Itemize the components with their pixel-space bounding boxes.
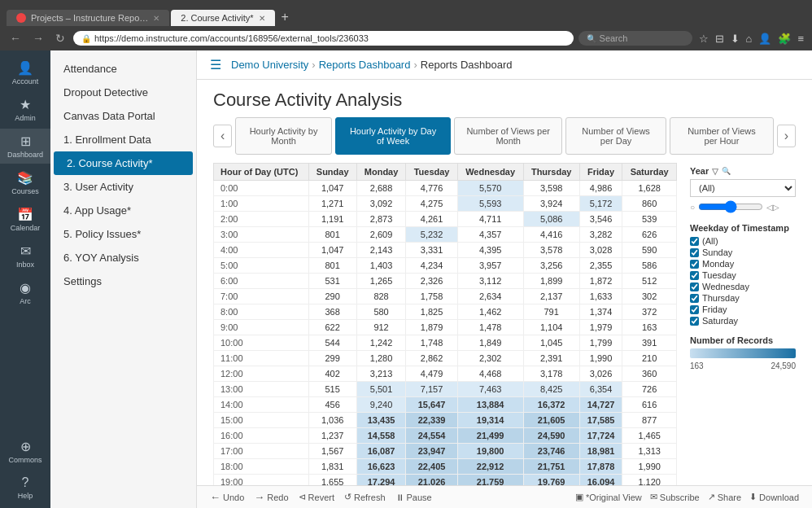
forward-button[interactable]: → xyxy=(29,30,47,46)
redo-button[interactable]: → Redo xyxy=(254,491,288,503)
tab-1[interactable]: Projects – Instructure Repo… ✕ xyxy=(7,10,169,26)
download-button[interactable]: ⬇ Download xyxy=(749,492,799,502)
nav-dropout[interactable]: Dropout Detective xyxy=(50,81,196,104)
menu-hamburger-icon[interactable]: ☰ xyxy=(210,57,221,72)
share-button[interactable]: ↗ Share xyxy=(708,492,741,502)
tab-views-hour[interactable]: Number of Views per Hour xyxy=(670,117,773,155)
tab-hourly-dow[interactable]: Hourly Activity by Day of Week xyxy=(335,117,452,155)
year-slider[interactable] xyxy=(698,200,763,213)
chart-next-button[interactable]: › xyxy=(777,125,796,147)
search-filter-icon: 🔍 xyxy=(722,167,731,175)
year-select[interactable]: (All)2020202120222023 xyxy=(690,179,796,197)
col-header-thursday: Thursday xyxy=(523,164,579,181)
undo-button[interactable]: ← Undo xyxy=(210,491,244,503)
data-cell: 1,403 xyxy=(356,258,406,274)
data-cell: 391 xyxy=(622,335,677,351)
data-cell: 3,598 xyxy=(523,181,579,196)
weekday-checkbox[interactable] xyxy=(690,260,699,269)
tab-views-month[interactable]: Number of Views per Month xyxy=(454,117,562,155)
tab-views-day[interactable]: Number of Views per Day xyxy=(565,117,666,155)
home-icon[interactable]: ⌂ xyxy=(744,31,754,46)
hour-cell: 19:00 xyxy=(214,475,309,486)
browser-chrome: Projects – Instructure Repo… ✕ 2. Course… xyxy=(0,0,812,50)
ext-icon[interactable]: 🧩 xyxy=(776,31,792,46)
table-row: 14:004569,24015,64713,88416,37214,727616 xyxy=(214,397,677,413)
nav-settings[interactable]: Settings xyxy=(50,269,196,293)
nav-yoy[interactable]: 6. YOY Analysis xyxy=(50,246,196,269)
address-bar: ← → ↻ 🔒 https://demo.instructure.com/acc… xyxy=(0,26,812,50)
nav-item-arc[interactable]: ◉ Arc xyxy=(0,275,50,310)
pause-button[interactable]: ⏸ Pause xyxy=(395,493,432,502)
weekday-checkbox[interactable] xyxy=(690,248,699,257)
data-cell: 1,899 xyxy=(523,274,579,289)
nav-enrollment[interactable]: 1. Enrollment Data xyxy=(50,128,196,151)
nav-item-admin[interactable]: ★ Admin xyxy=(0,92,50,127)
data-cell: 1,990 xyxy=(579,351,622,366)
subscribe-button[interactable]: ✉ Subscribe xyxy=(650,492,700,502)
data-table-container: Hour of Day (UTC)SundayMondayTuesdayWedn… xyxy=(213,163,677,485)
weekday-checkbox[interactable] xyxy=(690,237,699,246)
data-cell: 1,465 xyxy=(622,428,677,444)
data-cell: 3,112 xyxy=(457,274,523,289)
download-icon[interactable]: ⬇ xyxy=(729,31,741,46)
nav-item-inbox[interactable]: ✉ Inbox xyxy=(0,239,50,274)
breadcrumb-university[interactable]: Demo University xyxy=(231,59,308,71)
tab-2[interactable]: 2. Course Activity* ✕ xyxy=(171,10,274,26)
hour-cell: 1:00 xyxy=(214,196,309,212)
nav-item-account[interactable]: 👤 Account xyxy=(0,55,50,90)
hour-cell: 16:00 xyxy=(214,428,309,444)
reload-button[interactable]: ↻ xyxy=(52,30,68,46)
data-cell: 14,727 xyxy=(579,397,622,413)
data-cell: 3,178 xyxy=(523,366,579,382)
table-row: 8:003685801,8251,4627911,374372 xyxy=(214,304,677,320)
nav-item-commons[interactable]: ⊕ Commons xyxy=(0,434,50,469)
weekday-label: Thursday xyxy=(702,293,740,303)
menu-icon[interactable]: ≡ xyxy=(796,31,805,46)
revert-button[interactable]: ⊲ Revert xyxy=(299,492,334,502)
table-row: 10:005441,2421,7481,8491,0451,799391 xyxy=(214,335,677,351)
data-cell: 16,623 xyxy=(356,459,406,475)
tab2-close[interactable]: ✕ xyxy=(259,14,265,23)
search-box[interactable]: 🔍 Search xyxy=(578,31,692,46)
back-button[interactable]: ← xyxy=(7,30,24,46)
data-cell: 726 xyxy=(622,382,677,397)
original-view-button[interactable]: ▣ *Original View xyxy=(575,492,642,502)
nav-course-activity[interactable]: 2. Course Activity* xyxy=(54,151,193,175)
reader-icon[interactable]: ⊟ xyxy=(714,31,726,46)
nav-canvas-data[interactable]: Canvas Data Portal xyxy=(50,104,196,128)
hour-cell: 12:00 xyxy=(214,366,309,382)
data-cell: 1,280 xyxy=(356,351,406,366)
data-cell: 3,026 xyxy=(579,366,622,382)
weekday-checkbox[interactable] xyxy=(690,271,699,280)
weekday-checkbox[interactable] xyxy=(690,294,699,303)
profile-icon[interactable]: 👤 xyxy=(757,31,773,46)
hour-cell: 18:00 xyxy=(214,459,309,475)
star-icon[interactable]: ☆ xyxy=(697,31,710,46)
hour-cell: 11:00 xyxy=(214,351,309,366)
weekday-checkbox[interactable] xyxy=(690,317,699,326)
data-cell: 18,981 xyxy=(579,444,622,459)
nav-item-dashboard[interactable]: ⊞ Dashboard xyxy=(0,129,50,164)
data-cell: 17,724 xyxy=(579,428,622,444)
nav-item-courses[interactable]: 📚 Courses xyxy=(0,165,50,200)
tab-hourly-month[interactable]: Hourly Activity by Month xyxy=(235,117,331,155)
nav-attendance[interactable]: Attendance xyxy=(50,57,196,81)
data-cell: 402 xyxy=(308,366,356,382)
nav-item-calendar[interactable]: 📅 Calendar xyxy=(0,202,50,237)
weekday-checkbox[interactable] xyxy=(690,305,699,314)
account-icon: 👤 xyxy=(17,60,33,76)
url-box[interactable]: 🔒 https://demo.instructure.com/accounts/… xyxy=(73,31,574,46)
chart-prev-button[interactable]: ‹ xyxy=(213,125,232,147)
data-cell: 3,331 xyxy=(406,243,457,258)
breadcrumb-reports-link[interactable]: Reports Dashboard xyxy=(319,59,411,71)
data-cell: 5,593 xyxy=(457,196,523,212)
nav-user-activity[interactable]: 3. User Activity xyxy=(50,175,196,199)
weekday-checkbox[interactable] xyxy=(690,282,699,291)
refresh-button[interactable]: ↺ Refresh xyxy=(344,492,386,502)
data-cell: 1,979 xyxy=(579,320,622,335)
nav-app-usage[interactable]: 4. App Usage* xyxy=(50,199,196,222)
nav-item-help[interactable]: ? Help xyxy=(0,471,50,505)
nav-policy-issues[interactable]: 5. Policy Issues* xyxy=(50,222,196,246)
tab1-close[interactable]: ✕ xyxy=(153,14,159,23)
new-tab-button[interactable]: + xyxy=(277,8,294,26)
